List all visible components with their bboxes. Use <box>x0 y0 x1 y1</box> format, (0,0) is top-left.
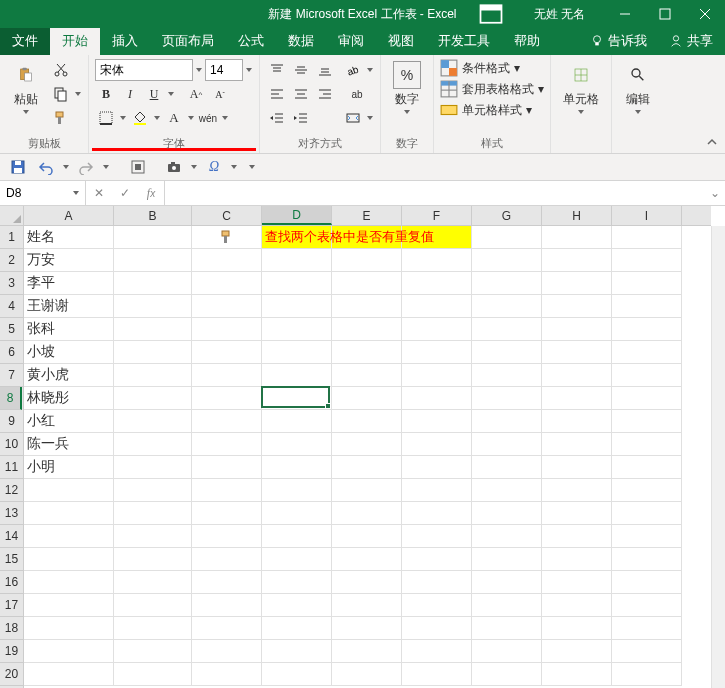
cell[interactable] <box>262 640 332 663</box>
cell[interactable] <box>472 410 542 433</box>
cell[interactable] <box>192 318 262 341</box>
cell[interactable] <box>402 364 472 387</box>
cell[interactable] <box>192 433 262 456</box>
font-size-input[interactable] <box>205 59 243 81</box>
cell[interactable] <box>542 272 612 295</box>
phonetic-button[interactable]: wén <box>197 107 219 129</box>
cell[interactable] <box>114 548 192 571</box>
cell[interactable] <box>402 571 472 594</box>
cell[interactable] <box>262 249 332 272</box>
cell[interactable] <box>192 410 262 433</box>
row-header[interactable]: 20 <box>0 663 23 686</box>
cell[interactable] <box>612 387 682 410</box>
column-header[interactable]: H <box>542 206 612 225</box>
cell[interactable] <box>402 594 472 617</box>
row-header[interactable]: 9 <box>0 410 23 433</box>
user-name[interactable]: 无姓 无名 <box>534 6 585 23</box>
cell[interactable] <box>402 456 472 479</box>
cell[interactable] <box>402 387 472 410</box>
cell[interactable] <box>472 318 542 341</box>
cell[interactable] <box>332 387 402 410</box>
cell[interactable] <box>612 571 682 594</box>
minimize-button[interactable] <box>605 0 645 28</box>
cell[interactable] <box>192 640 262 663</box>
cell[interactable] <box>332 456 402 479</box>
cells-area[interactable]: 姓名查找两个表格中是否有重复值万安李平王谢谢张科小坡黄小虎林晓彤小红陈一兵小明 <box>24 226 711 688</box>
cell[interactable] <box>402 433 472 456</box>
cell[interactable]: 小明 <box>24 456 114 479</box>
cell[interactable] <box>402 295 472 318</box>
cells-button[interactable]: 单元格 <box>557 59 605 116</box>
cell[interactable] <box>472 387 542 410</box>
cell[interactable] <box>24 617 114 640</box>
cell[interactable] <box>192 479 262 502</box>
borders-button[interactable] <box>95 107 117 129</box>
cell[interactable] <box>472 226 542 249</box>
cell[interactable] <box>192 341 262 364</box>
cell-styles-button[interactable]: 单元格样式 ▾ <box>440 101 532 119</box>
cell[interactable] <box>262 456 332 479</box>
cell[interactable] <box>262 387 332 410</box>
formula-input[interactable] <box>165 181 705 205</box>
cell[interactable] <box>192 525 262 548</box>
tab-data[interactable]: 数据 <box>276 27 326 55</box>
phonetic-dropdown[interactable] <box>221 107 229 129</box>
tab-review[interactable]: 审阅 <box>326 27 376 55</box>
cell[interactable] <box>542 433 612 456</box>
cell[interactable] <box>114 640 192 663</box>
cell[interactable] <box>114 571 192 594</box>
paste-button[interactable]: 粘贴 <box>6 59 46 116</box>
cell[interactable] <box>402 525 472 548</box>
column-header[interactable]: E <box>332 206 402 225</box>
cell[interactable] <box>114 387 192 410</box>
increase-indent-button[interactable] <box>290 107 312 129</box>
cell[interactable] <box>612 640 682 663</box>
cell[interactable] <box>472 456 542 479</box>
cell[interactable]: 万安 <box>24 249 114 272</box>
cell[interactable]: 林晓彤 <box>24 387 114 410</box>
cell[interactable] <box>542 663 612 686</box>
cell[interactable] <box>192 663 262 686</box>
cell[interactable]: 王谢谢 <box>24 295 114 318</box>
close-button[interactable] <box>685 0 725 28</box>
cell[interactable] <box>114 318 192 341</box>
cell[interactable] <box>192 571 262 594</box>
cell[interactable] <box>402 272 472 295</box>
cell[interactable] <box>114 663 192 686</box>
format-painter-button[interactable] <box>50 107 72 129</box>
cell[interactable] <box>262 502 332 525</box>
number-format-button[interactable]: % 数字 <box>387 59 427 116</box>
cell[interactable] <box>612 479 682 502</box>
cell[interactable] <box>262 663 332 686</box>
cell[interactable] <box>192 387 262 410</box>
bold-button[interactable]: B <box>95 83 117 105</box>
cell[interactable] <box>612 249 682 272</box>
cell[interactable] <box>402 502 472 525</box>
format-as-table-button[interactable]: 套用表格格式 ▾ <box>440 80 544 98</box>
row-header[interactable]: 2 <box>0 249 23 272</box>
maximize-button[interactable] <box>645 0 685 28</box>
align-center-button[interactable] <box>290 83 312 105</box>
italic-button[interactable]: I <box>119 83 141 105</box>
cell[interactable] <box>332 525 402 548</box>
cell[interactable] <box>114 433 192 456</box>
cell[interactable] <box>24 502 114 525</box>
cell[interactable] <box>192 295 262 318</box>
cell[interactable] <box>114 249 192 272</box>
cell[interactable] <box>612 548 682 571</box>
cell[interactable] <box>332 479 402 502</box>
row-header[interactable]: 17 <box>0 594 23 617</box>
tab-formulas[interactable]: 公式 <box>226 27 276 55</box>
cell[interactable] <box>612 318 682 341</box>
cancel-formula-button[interactable]: ✕ <box>86 181 112 206</box>
redo-dropdown[interactable] <box>102 156 110 178</box>
cell[interactable] <box>332 594 402 617</box>
cell[interactable] <box>24 663 114 686</box>
cell[interactable] <box>114 502 192 525</box>
cell[interactable] <box>542 341 612 364</box>
cell[interactable] <box>542 525 612 548</box>
cell[interactable] <box>612 617 682 640</box>
cell[interactable] <box>402 663 472 686</box>
copy-dropdown[interactable] <box>74 83 82 105</box>
tell-me[interactable]: 告诉我 <box>580 27 657 55</box>
